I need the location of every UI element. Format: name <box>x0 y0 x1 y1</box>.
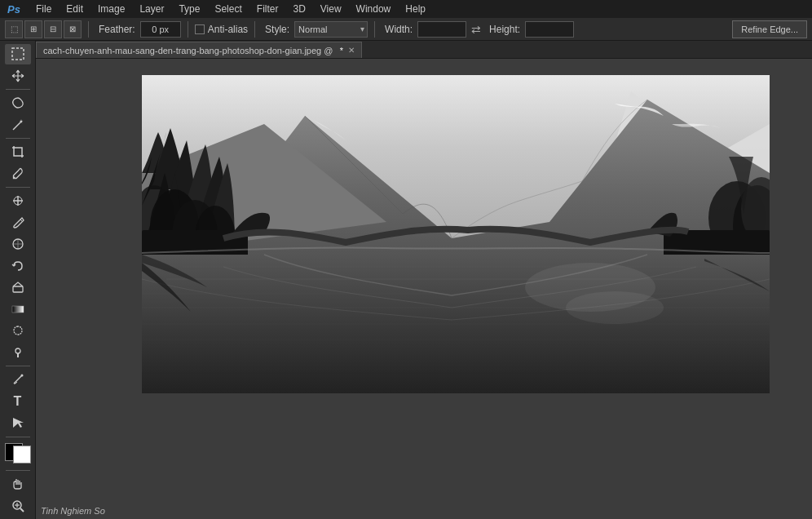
menu-help[interactable]: Help <box>399 2 432 16</box>
options-bar: ⬚ ⊞ ⊟ ⊠ Feather: Anti-alias Style: Norma… <box>0 18 812 41</box>
tool-type[interactable]: T <box>5 392 31 412</box>
menu-select[interactable]: Select <box>208 2 248 16</box>
menu-image[interactable]: Image <box>91 2 131 16</box>
bw-canvas[interactable] <box>142 75 770 393</box>
tool-marquee[interactable] <box>5 44 31 64</box>
height-label: Height: <box>489 24 520 35</box>
tool-zoom[interactable] <box>5 495 31 516</box>
tool-magic-wand[interactable] <box>5 114 31 135</box>
marquee-icon <box>11 47 25 61</box>
tool-sep5 <box>6 437 30 437</box>
eyedropper-icon <box>11 166 25 181</box>
style-select[interactable]: Normal Fixed Ratio Fixed Size <box>294 21 368 38</box>
menu-type[interactable]: Type <box>172 2 206 16</box>
tab-modified: * <box>340 46 343 55</box>
app-logo-text: Ps <box>7 3 20 16</box>
pen-icon <box>11 372 25 387</box>
width-input[interactable] <box>417 21 466 38</box>
menu-file[interactable]: File <box>29 2 58 16</box>
tool-gradient[interactable] <box>5 299 31 319</box>
menu-bar: Ps File Edit Image Layer Type Select Fil… <box>0 0 812 18</box>
intersect-selection-btn[interactable]: ⊠ <box>64 20 82 38</box>
svg-point-10 <box>20 375 23 377</box>
style-select-wrap: Normal Fixed Ratio Fixed Size <box>294 21 368 38</box>
blur-icon <box>11 323 25 338</box>
document-tab[interactable]: cach-chuyen-anh-mau-sang-den-trang-bang-… <box>36 42 362 58</box>
tool-clone[interactable] <box>5 234 31 255</box>
zoom-icon <box>11 499 25 513</box>
hand-icon <box>11 477 25 491</box>
menu-view[interactable]: View <box>314 2 348 16</box>
style-label: Style: <box>265 24 289 35</box>
tool-sep6 <box>6 470 30 471</box>
tool-eraser[interactable] <box>5 277 31 298</box>
tab-filename: cach-chuyen-anh-mau-sang-den-trang-bang-… <box>43 46 335 55</box>
eraser-icon <box>11 280 25 295</box>
subtract-selection-btn[interactable]: ⊟ <box>44 20 62 38</box>
dodge-icon <box>11 345 25 360</box>
magic-wand-icon <box>11 118 25 132</box>
tool-sep3 <box>6 187 30 188</box>
toolbar: T <box>0 41 36 519</box>
main-area: T <box>0 41 812 519</box>
svg-line-12 <box>20 508 24 512</box>
height-input[interactable] <box>525 21 574 38</box>
menu-layer[interactable]: Layer <box>133 2 170 16</box>
tool-sep2 <box>6 138 30 139</box>
menu-window[interactable]: Window <box>350 2 398 16</box>
tool-brush[interactable] <box>5 212 31 233</box>
svg-point-8 <box>15 348 20 353</box>
healing-icon <box>11 193 25 208</box>
marquee-options: ⬚ ⊞ ⊟ ⊠ <box>5 20 82 38</box>
background-color[interactable] <box>13 446 31 464</box>
anti-alias-label: Anti-alias <box>195 24 248 35</box>
swap-icon[interactable]: ⇄ <box>471 23 481 36</box>
tool-blur[interactable] <box>5 321 31 341</box>
tool-crop[interactable] <box>5 142 31 162</box>
image-container <box>142 75 770 393</box>
svg-rect-0 <box>12 48 24 60</box>
feather-label: Feather: <box>99 24 135 35</box>
tool-lasso[interactable] <box>5 93 31 113</box>
sep2 <box>188 21 188 38</box>
tool-eyedropper[interactable] <box>5 163 31 184</box>
path-select-icon <box>11 415 25 430</box>
brush-icon <box>11 215 25 230</box>
feather-input[interactable] <box>140 21 181 38</box>
tool-path-select[interactable] <box>5 413 31 433</box>
lasso-icon <box>11 95 25 110</box>
svg-rect-28 <box>664 230 770 259</box>
crop-icon <box>11 144 25 159</box>
tool-move[interactable] <box>5 66 31 86</box>
tool-healing[interactable] <box>5 191 31 211</box>
tab-close-btn[interactable]: ✕ <box>348 46 355 55</box>
menu-edit[interactable]: Edit <box>60 2 90 16</box>
watermark: Tinh Nghiem So <box>41 506 105 516</box>
move-icon <box>11 69 25 83</box>
new-selection-btn[interactable]: ⬚ <box>5 20 23 38</box>
type-icon: T <box>14 394 22 409</box>
tool-dodge[interactable] <box>5 343 31 363</box>
tool-sep4 <box>6 366 30 366</box>
menu-filter[interactable]: Filter <box>250 2 285 16</box>
tool-hand[interactable] <box>5 474 31 495</box>
history-icon <box>11 259 25 273</box>
color-picker[interactable] <box>5 443 31 464</box>
tool-history[interactable] <box>5 255 31 276</box>
sep3 <box>254 21 255 38</box>
tool-pen[interactable] <box>5 370 31 390</box>
menu-3d[interactable]: 3D <box>286 2 311 16</box>
gradient-icon <box>11 302 25 317</box>
sep1 <box>88 21 89 38</box>
tool-sep1 <box>6 89 30 90</box>
canvas-area[interactable]: cach-chuyen-anh-mau-sang-den-trang-bang-… <box>36 41 812 519</box>
svg-point-39 <box>566 291 664 324</box>
clone-icon <box>11 237 25 251</box>
svg-line-1 <box>13 122 21 130</box>
svg-rect-7 <box>12 306 24 313</box>
anti-alias-checkbox[interactable] <box>195 24 205 34</box>
refine-edge-btn[interactable]: Refine Edge... <box>732 20 807 38</box>
svg-line-4 <box>20 220 22 221</box>
add-selection-btn[interactable]: ⊞ <box>24 20 42 38</box>
svg-rect-6 <box>13 286 23 292</box>
